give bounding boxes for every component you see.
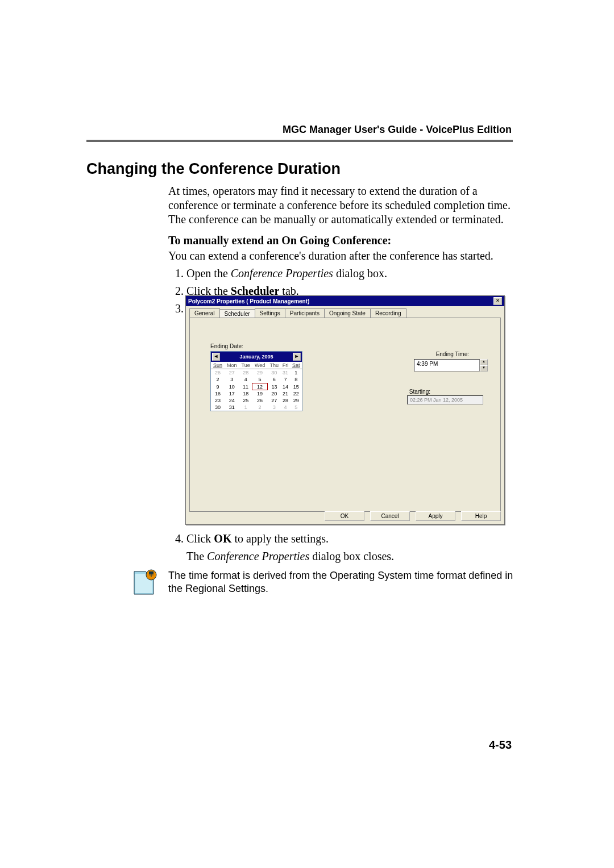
prev-month-button[interactable]: ◄ <box>212 353 220 361</box>
tab-general[interactable]: General <box>189 308 220 318</box>
ending-date-label: Ending Date: <box>210 343 243 349</box>
calendar-day[interactable]: 14 <box>281 383 291 390</box>
doc-header-title: MGC Manager User's Guide - VoicePlus Edi… <box>283 124 512 136</box>
calendar-day[interactable]: 10 <box>225 383 239 390</box>
calendar-day[interactable]: 19 <box>252 390 268 398</box>
starting-label: Starting: <box>409 389 430 395</box>
calendar-day[interactable]: 27 <box>268 397 281 404</box>
next-month-button[interactable]: ► <box>293 353 301 361</box>
calendar-day[interactable]: 17 <box>225 390 239 398</box>
tab-participants[interactable]: Participants <box>285 308 325 318</box>
step-4-result: The Conference Properties dialog box clo… <box>186 549 513 564</box>
ending-time-label: Ending Time: <box>436 351 469 357</box>
note-text: The time format is derived from the Oper… <box>168 569 514 595</box>
calendar-day[interactable]: 28 <box>239 369 252 377</box>
tab-settings[interactable]: Settings <box>255 308 285 318</box>
calendar-day[interactable]: 15 <box>290 383 302 390</box>
calendar-dow: Fri <box>281 362 291 369</box>
calendar-day[interactable]: 8 <box>290 376 302 383</box>
calendar-day[interactable]: 31 <box>225 404 239 411</box>
calendar-day[interactable]: 1 <box>239 404 252 411</box>
time-spin-down[interactable]: ▼ <box>480 365 488 372</box>
calendar-day[interactable]: 5 <box>252 376 268 383</box>
calendar-day[interactable]: 2 <box>211 376 225 383</box>
scheduler-tab-panel: Ending Date: ◄ January, 2005 ► SunMonTue… <box>189 318 501 512</box>
calendar-day[interactable]: 24 <box>225 397 239 404</box>
calendar-day[interactable]: 5 <box>290 404 302 411</box>
calendar-dow: Mon <box>225 362 239 369</box>
step-1: Open the Conference Properties dialog bo… <box>186 266 513 281</box>
calendar-grid[interactable]: SunMonTueWedThuFriSat 262728293031123456… <box>211 362 302 411</box>
cancel-button[interactable]: Cancel <box>370 511 410 521</box>
calendar-day[interactable]: 3 <box>225 376 239 383</box>
calendar-day[interactable]: 9 <box>211 383 225 390</box>
calendar-day[interactable]: 4 <box>281 404 291 411</box>
starting-readonly: 02:26 PM Jan 12, 2005 <box>407 395 483 404</box>
properties-dialog: Polycom2 Properties ( Product Management… <box>185 295 505 525</box>
calendar-day[interactable]: 27 <box>225 369 239 377</box>
month-label: January, 2005 <box>240 354 273 360</box>
dialog-titlebar: Polycom2 Properties ( Product Management… <box>186 296 504 306</box>
tab-recording[interactable]: Recording <box>370 308 406 318</box>
close-icon[interactable]: × <box>493 297 502 305</box>
calendar-day[interactable]: 28 <box>281 397 291 404</box>
calendar-day[interactable]: 29 <box>252 369 268 377</box>
header-divider <box>86 140 513 142</box>
calendar-day[interactable]: 29 <box>290 397 302 404</box>
dialog-title-text: Polycom2 Properties ( Product Management… <box>188 298 309 304</box>
calendar-day[interactable]: 21 <box>281 390 291 398</box>
calendar-day[interactable]: 20 <box>268 390 281 398</box>
help-button[interactable]: Help <box>461 511 501 521</box>
ending-time-input[interactable]: 4:39 PM <box>414 359 480 372</box>
calendar-dow: Tue <box>239 362 252 369</box>
procedure-heading: To manually extend an On Going Conferenc… <box>168 233 513 248</box>
calendar-day[interactable]: 31 <box>281 369 291 377</box>
calendar-day[interactable]: 30 <box>268 369 281 377</box>
calendar-day[interactable]: 6 <box>268 376 281 383</box>
intro-paragraph: At times, operators may find it necessar… <box>168 184 513 227</box>
note-icon <box>132 569 159 596</box>
calendar-dow: Wed <box>252 362 268 369</box>
calendar-day[interactable]: 16 <box>211 390 225 398</box>
calendar-day[interactable]: 22 <box>290 390 302 398</box>
calendar-dow: Sun <box>211 362 225 369</box>
calendar-day[interactable]: 1 <box>290 369 302 377</box>
calendar-day[interactable]: 2 <box>252 404 268 411</box>
time-spin-up[interactable]: ▲ <box>480 359 488 365</box>
tab-scheduler[interactable]: Scheduler <box>219 309 255 318</box>
section-title: Changing the Conference Duration <box>86 160 341 178</box>
calendar-day[interactable]: 26 <box>211 369 225 377</box>
calendar-day[interactable]: 13 <box>268 383 281 390</box>
calendar-day[interactable]: 25 <box>239 397 252 404</box>
tab-ongoing-state[interactable]: Ongoing State <box>324 308 371 318</box>
apply-button[interactable]: Apply <box>416 511 455 521</box>
calendar-day[interactable]: 3 <box>268 404 281 411</box>
calendar-dow: Sat <box>290 362 302 369</box>
calendar-day[interactable]: 30 <box>211 404 225 411</box>
tabstrip: GeneralSchedulerSettingsParticipantsOngo… <box>186 306 504 318</box>
calendar-day[interactable]: 26 <box>252 397 268 404</box>
calendar-day[interactable]: 11 <box>239 383 252 390</box>
calendar-day[interactable]: 23 <box>211 397 225 404</box>
page-number: 4-53 <box>489 738 512 752</box>
calendar-day[interactable]: 18 <box>239 390 252 398</box>
procedure-intro: You can extend a conference's duration a… <box>168 249 513 263</box>
ok-button[interactable]: OK <box>325 511 364 521</box>
date-picker[interactable]: ◄ January, 2005 ► SunMonTueWedThuFriSat … <box>210 351 302 411</box>
step-4: Click OK to apply the settings. <box>186 532 513 546</box>
calendar-day[interactable]: 12 <box>252 383 268 390</box>
calendar-dow: Thu <box>268 362 281 369</box>
calendar-day[interactable]: 7 <box>281 376 291 383</box>
calendar-day[interactable]: 4 <box>239 376 252 383</box>
